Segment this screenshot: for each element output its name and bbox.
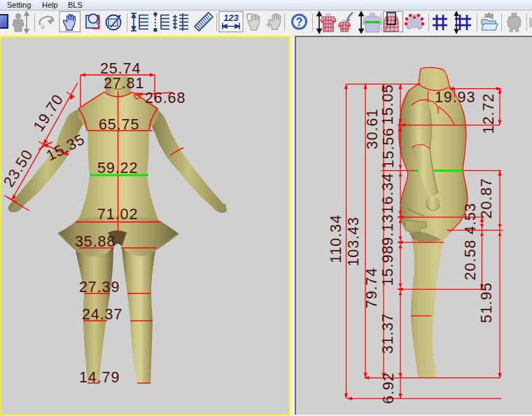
svg-text:15.56: 15.56 (380, 127, 397, 168)
svg-text:.obj: .obj (483, 12, 493, 19)
svg-text:16.34: 16.34 (379, 173, 396, 214)
svg-text:19.93: 19.93 (435, 89, 475, 106)
svg-text:51.95: 51.95 (478, 282, 495, 323)
svg-text:59.22: 59.22 (97, 160, 138, 176)
svg-text:27.39: 27.39 (79, 279, 120, 296)
svg-text:20.58: 20.58 (462, 240, 479, 280)
svg-text:12.72: 12.72 (480, 93, 497, 134)
svg-text:31.37: 31.37 (379, 313, 396, 354)
svg-text:103.43: 103.43 (345, 216, 362, 266)
svg-text:35.88: 35.88 (75, 233, 115, 250)
svg-text:9.13: 9.13 (379, 214, 396, 245)
svg-text:123: 123 (223, 13, 239, 23)
svg-text:?: ? (296, 16, 303, 28)
svg-text:110.34: 110.34 (328, 214, 344, 263)
svg-text:27.81: 27.81 (104, 75, 144, 92)
svg-text:14.79: 14.79 (79, 369, 120, 386)
svg-text:4.53: 4.53 (462, 202, 479, 234)
svg-text:26.68: 26.68 (145, 90, 186, 106)
svg-text:15.05: 15.05 (379, 84, 396, 125)
svg-text:79.74: 79.74 (363, 268, 380, 308)
svg-text:71.02: 71.02 (97, 206, 138, 223)
svg-text:24.37: 24.37 (82, 306, 122, 323)
svg-text:15.98: 15.98 (379, 245, 396, 286)
svg-text:30.61: 30.61 (364, 109, 381, 149)
svg-text:20.87: 20.87 (478, 178, 495, 219)
svg-text:65.75: 65.75 (99, 116, 139, 133)
svg-text:6.92: 6.92 (380, 372, 397, 403)
